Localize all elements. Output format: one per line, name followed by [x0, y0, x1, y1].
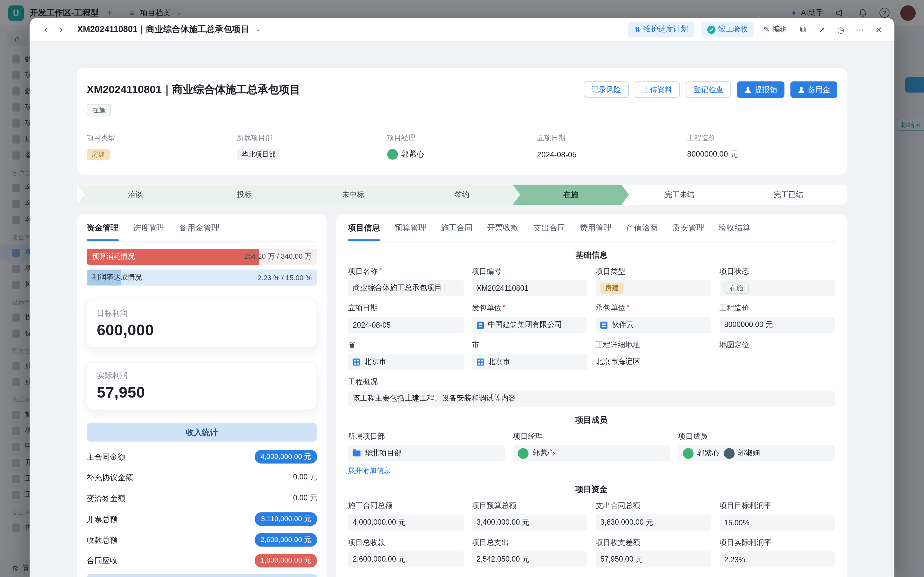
- required-mark: *: [503, 303, 506, 313]
- tab[interactable]: 产值洽商: [626, 214, 658, 241]
- back-icon[interactable]: ‹: [39, 23, 52, 35]
- content-panels: 资金管理 进度管理 备用金管理 预算消耗情况 254.20 万 / 340.00…: [77, 214, 847, 577]
- field-value[interactable]: 郭紫心: [513, 445, 670, 461]
- field-value[interactable]: 伙伴云: [595, 317, 711, 333]
- members-grid: 所属项目部 华北项目部 展开附加信息 项目经理 郭紫心: [348, 432, 835, 476]
- form-field: 立项日期 2024-08-05: [348, 303, 464, 333]
- stepper-step[interactable]: 投标: [186, 185, 302, 205]
- field-value[interactable]: [719, 354, 835, 370]
- field-value[interactable]: 郭紫心 郭淑娴: [678, 445, 835, 461]
- reserve-fund-button[interactable]: 备用金: [790, 81, 837, 98]
- submit-expense-button[interactable]: 提报销: [737, 81, 784, 98]
- check-badge-icon: [707, 25, 715, 34]
- field-icon: [476, 358, 484, 365]
- tab[interactable]: 备用金管理: [179, 214, 219, 241]
- person-icon: [797, 86, 805, 93]
- tab[interactable]: 验收结算: [719, 214, 751, 241]
- field-value[interactable]: 该工程主要包括土建工程、设备安装和调试等内容: [348, 390, 835, 406]
- field-value[interactable]: 2,600,000.00 元: [348, 551, 464, 567]
- field-value[interactable]: 2024-08-05: [348, 317, 464, 333]
- field-label: 项目名称: [348, 266, 377, 276]
- field-label: 项目总收款: [348, 538, 385, 548]
- avatar: [518, 448, 529, 459]
- field-value[interactable]: 3,630,000.00 元: [595, 515, 711, 531]
- field-value[interactable]: 2.23%: [719, 551, 835, 567]
- field-label: 工程概况: [348, 377, 377, 387]
- section-title-funds: 项目资金: [348, 484, 835, 495]
- folder-icon: [353, 450, 361, 456]
- register-inspection-button[interactable]: 登记检查: [686, 81, 731, 98]
- field-value[interactable]: 北京市海淀区: [595, 354, 711, 370]
- avatar: [683, 448, 693, 459]
- share-icon[interactable]: ↗: [816, 25, 828, 34]
- funds-grid: 施工合同总额 4,000,000.00 元 项目预算总额: [348, 501, 835, 567]
- modal-header-actions: ⇅ 维护进度计划 竣工验收 ✎ 编辑 ⧉ ↗ ◷ ⋯ ✕: [629, 22, 885, 37]
- tab[interactable]: 资金管理: [87, 214, 119, 241]
- form-field: 市 北京市: [472, 340, 587, 370]
- tab[interactable]: 费用管理: [579, 214, 612, 241]
- stepper-step[interactable]: 洽谈: [77, 185, 194, 205]
- field-value[interactable]: 北京市: [348, 354, 464, 370]
- tab[interactable]: 支出合同: [533, 214, 565, 241]
- field-value[interactable]: 商业综合体施工总承包项目: [348, 280, 464, 296]
- form-field: 项目类型 房建: [595, 266, 711, 296]
- tab[interactable]: 施工合同: [440, 214, 472, 241]
- form-field: 施工合同总额 4,000,000.00 元: [348, 501, 464, 530]
- member-chip: 郭淑娴: [724, 448, 760, 459]
- stepper-step[interactable]: 签约: [403, 185, 520, 205]
- forward-icon[interactable]: ›: [55, 23, 68, 35]
- edit-button[interactable]: ✎ 编辑: [763, 24, 787, 34]
- field-value: 郭紫心: [387, 148, 537, 160]
- finance-row: 合同应收 1,000,000.00 元: [87, 550, 317, 571]
- completion-acceptance-button[interactable]: 竣工验收: [701, 22, 754, 37]
- field-value[interactable]: 8000000.00 元: [719, 317, 835, 333]
- tab[interactable]: 预算管理: [394, 214, 426, 241]
- copy-icon[interactable]: ⧉: [797, 24, 809, 34]
- income-statistics-button[interactable]: 收入统计: [87, 423, 317, 442]
- tab[interactable]: 开票收款: [487, 214, 519, 241]
- basic-info-grid: 项目名称 * 商业综合体施工总承包项目 项目编号: [348, 266, 835, 406]
- field-icon: [476, 322, 484, 329]
- required-mark: *: [626, 303, 629, 313]
- close-icon[interactable]: ✕: [873, 25, 885, 34]
- member-chip: 郭紫心: [683, 448, 719, 459]
- field-value: 房建: [87, 148, 237, 160]
- status-badge: 在施: [87, 104, 111, 116]
- stepper-step[interactable]: 完工未结: [621, 185, 738, 205]
- tab[interactable]: 项目信息: [348, 214, 380, 241]
- field-value[interactable]: 北京市: [472, 354, 587, 370]
- field-value[interactable]: 房建: [595, 280, 711, 296]
- expand-extra-info-link[interactable]: 展开附加信息: [348, 466, 505, 476]
- upload-file-button[interactable]: 上传资料: [635, 81, 680, 98]
- edit-icon: ✎: [763, 25, 769, 34]
- chevron-down-icon[interactable]: ⌄: [255, 26, 261, 33]
- maintain-schedule-button[interactable]: ⇅ 维护进度计划: [629, 22, 694, 37]
- avatar: [724, 448, 734, 459]
- field-value[interactable]: 华北项目部: [348, 445, 505, 461]
- project-meta-field: 立项日期 2024-08-05: [537, 133, 687, 160]
- finance-row: 变洽签金额 0.00 元: [87, 488, 317, 509]
- field-value[interactable]: XM2024110801: [472, 280, 587, 296]
- stepper-step[interactable]: 未中标: [295, 185, 411, 205]
- field-value[interactable]: 2,542,050.00 元: [472, 551, 587, 567]
- history-icon[interactable]: ◷: [835, 25, 847, 34]
- more-icon[interactable]: ⋯: [854, 25, 866, 34]
- field-value[interactable]: 4,000,000.00 元: [348, 515, 464, 531]
- field-value[interactable]: 15.00%: [719, 515, 835, 531]
- field-value: 2024-08-05: [537, 148, 687, 160]
- stepper-step[interactable]: 在施: [513, 185, 629, 205]
- project-stage-stepper: 洽谈 投标 未中标 签约 在施 完工未结 完工已结: [77, 185, 847, 205]
- field-value[interactable]: 3,400,000.00 元: [472, 515, 587, 531]
- field-value[interactable]: 57,950.00 元: [595, 551, 711, 567]
- tab[interactable]: 进度管理: [133, 214, 165, 241]
- field-value[interactable]: 中国建筑集团有限公司: [472, 317, 587, 333]
- expense-statistics-button-clipped[interactable]: [87, 574, 317, 577]
- field-value[interactable]: 在施: [719, 280, 835, 296]
- record-risk-button[interactable]: 记录风险: [584, 81, 629, 98]
- field-label: 项目状态: [719, 266, 749, 276]
- tab[interactable]: 质安管理: [672, 214, 705, 241]
- stepper-step[interactable]: 完工已结: [730, 185, 847, 205]
- form-field: 项目状态 在施: [719, 266, 835, 296]
- profit-rate-bar: 利润率达成情况 2.23 % / 15.00 %: [87, 269, 317, 285]
- field-label: 省: [348, 340, 355, 350]
